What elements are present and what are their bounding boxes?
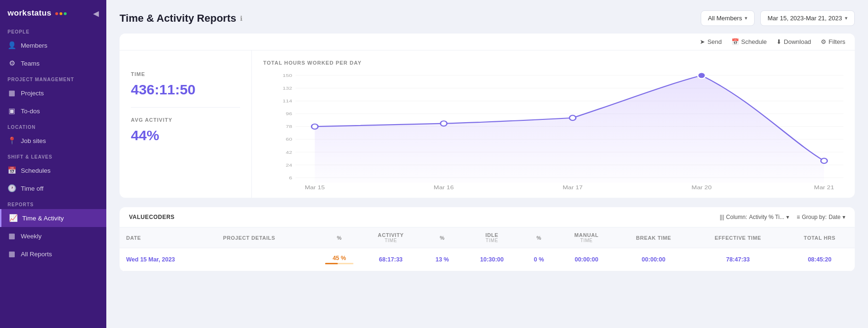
svg-text:96: 96: [286, 111, 292, 117]
cell-idle-pct: 13 %: [421, 248, 463, 271]
toolbar: ➤ Send 📅 Schedule ⬇ Download ⚙ Filters: [120, 34, 855, 50]
column-value: Activity % Ti...: [749, 214, 784, 220]
groupby-chevron-icon: ▾: [842, 214, 845, 220]
page-title-row: Time & Activity Reports ℹ: [120, 12, 242, 25]
idle-pct-value: 13 %: [436, 256, 449, 263]
info-icon[interactable]: ℹ: [240, 15, 242, 22]
sidebar-item-teams[interactable]: ⚙ Teams: [0, 54, 106, 72]
filters-button[interactable]: ⚙ Filters: [821, 38, 845, 45]
download-button[interactable]: ⬇ Download: [776, 38, 811, 45]
groupby-lines-icon: ≡: [797, 214, 800, 220]
header-controls: All Members ▾ Mar 15, 2023-Mar 21, 2023 …: [701, 10, 855, 26]
svg-text:60: 60: [286, 137, 292, 142]
sidebar-item-weekly[interactable]: ▦ Weekly: [0, 227, 106, 245]
break-time-value: 00:00:00: [642, 256, 665, 263]
download-icon: ⬇: [776, 38, 782, 45]
sidebar-item-todos[interactable]: ▣ To-dos: [0, 102, 106, 120]
activity-stat-value: 44%: [131, 127, 240, 143]
sidebar-item-allreports[interactable]: ▦ All Reports: [0, 245, 106, 263]
members-filter-button[interactable]: All Members ▾: [701, 10, 755, 26]
chart-point-mar15: [311, 124, 318, 129]
th-break-time: BREAK TIME: [616, 227, 691, 248]
send-button[interactable]: ➤ Send: [700, 38, 722, 45]
cell-effective-time: 78:47:33: [691, 248, 784, 271]
sidebar-item-members[interactable]: 👤 Members: [0, 36, 106, 54]
column-chevron-icon: ▾: [786, 214, 789, 220]
svg-text:Mar 15: Mar 15: [305, 185, 325, 191]
svg-text:Mar 21: Mar 21: [814, 185, 834, 191]
chart-point-mar20: [698, 72, 705, 78]
section-label-pm: PROJECT MANAGEMENT: [0, 72, 106, 84]
svg-text:78: 78: [286, 124, 292, 129]
sidebar-logo: workstatus ◀: [0, 0, 106, 25]
cell-manual-time: 00:00:00: [557, 248, 616, 271]
cell-date: Wed 15 Mar, 2023: [120, 248, 216, 271]
th-manual-time: MANUALTIME: [557, 227, 616, 248]
sidebar-item-label: Time & Activity: [22, 215, 64, 222]
effective-time-value: 78:47:33: [726, 256, 750, 263]
send-icon: ➤: [700, 38, 705, 45]
top-section: ➤ Send 📅 Schedule ⬇ Download ⚙ Filters: [120, 34, 855, 198]
sidebar-item-timeoff[interactable]: 🕐 Time off: [0, 179, 106, 197]
table-header-row: DATE PROJECT DETAILS % ACTIVITYTIME % ID…: [120, 227, 855, 248]
stats-panel: TIME 436:11:50 AVG ACTIVITY 44%: [120, 50, 252, 198]
sidebar-item-label: Schedules: [21, 167, 51, 174]
sidebar-item-timeactivity[interactable]: 📈 Time & Activity: [0, 209, 106, 227]
time-stat-value: 436:11:50: [131, 82, 240, 98]
svg-text:Mar 20: Mar 20: [692, 185, 712, 191]
svg-text:114: 114: [283, 98, 292, 103]
date-link[interactable]: Wed 15 Mar, 2023: [126, 256, 175, 263]
column-control-button[interactable]: ||| Column: Activity % Ti... ▾: [720, 214, 789, 220]
sidebar-item-label: All Reports: [21, 251, 52, 258]
chart-point-mar17: [569, 115, 576, 120]
logo-text: workstatus: [8, 8, 52, 17]
activity-stat-label: AVG ACTIVITY: [131, 117, 240, 123]
cell-activity-pct: 45 %: [318, 248, 360, 271]
total-hrs-value: 08:45:20: [808, 256, 832, 263]
th-project: PROJECT DETAILS: [216, 227, 318, 248]
svg-text:Mar 16: Mar 16: [434, 185, 454, 191]
sidebar-item-jobsites[interactable]: 📍 Job sites: [0, 132, 106, 150]
sidebar-collapse-button[interactable]: ◀: [93, 9, 99, 18]
th-activity-pct: %: [318, 227, 360, 248]
allreports-icon: ▦: [8, 250, 16, 258]
stats-chart-row: TIME 436:11:50 AVG ACTIVITY 44% TOTAL HO…: [120, 50, 855, 198]
th-date: DATE: [120, 227, 216, 248]
timeoff-icon: 🕐: [8, 184, 16, 193]
column-bars-icon: |||: [720, 214, 724, 220]
activity-stat-block: AVG ACTIVITY 44%: [131, 108, 240, 153]
groupby-value: Date: [829, 214, 841, 220]
logo-dots: [55, 12, 67, 15]
sidebar-item-label: Teams: [21, 60, 40, 67]
date-filter-button[interactable]: Mar 15, 2023-Mar 21, 2023 ▾: [760, 10, 855, 26]
send-label: Send: [707, 38, 722, 45]
th-activity-time: ACTIVITYTIME: [360, 227, 421, 248]
chevron-down-icon: ▾: [845, 15, 848, 21]
svg-text:42: 42: [286, 150, 292, 155]
schedule-button[interactable]: 📅 Schedule: [731, 38, 767, 45]
main-header: Time & Activity Reports ℹ All Members ▾ …: [106, 0, 868, 34]
th-manual-pct: %: [521, 227, 557, 248]
logo-dot-red: [55, 12, 58, 15]
sidebar-item-schedules[interactable]: 📅 Schedules: [0, 161, 106, 179]
groupby-control-button[interactable]: ≡ Group by: Date ▾: [797, 214, 845, 220]
activity-pct-fill: [325, 263, 338, 264]
cell-manual-pct: 0 %: [521, 248, 557, 271]
date-filter-label: Mar 15, 2023-Mar 21, 2023: [767, 15, 842, 22]
section-label-shift: SHIFT & LEAVES: [0, 150, 106, 161]
weekly-icon: ▦: [8, 232, 16, 240]
section-label-location: LOCATION: [0, 120, 106, 132]
chart-title: TOTAL HOURS WORKED PER DAY: [263, 60, 843, 66]
activity-time-value: 68:17:33: [379, 256, 403, 263]
cell-total-hrs: 08:45:20: [784, 248, 855, 271]
cell-break-time: 00:00:00: [616, 248, 691, 271]
table-toolbar: VALUECODERS ||| Column: Activity % Ti...…: [120, 207, 855, 227]
svg-text:132: 132: [283, 85, 292, 91]
th-idle-time: IDLETIME: [463, 227, 521, 248]
th-idle-pct: %: [421, 227, 463, 248]
data-table: DATE PROJECT DETAILS % ACTIVITYTIME % ID…: [120, 227, 855, 271]
sidebar-item-projects[interactable]: ▦ Projects: [0, 84, 106, 102]
time-stat-block: TIME 436:11:50: [131, 62, 240, 108]
filters-label: Filters: [829, 38, 845, 45]
activity-pct-value: 45 %: [333, 255, 346, 261]
